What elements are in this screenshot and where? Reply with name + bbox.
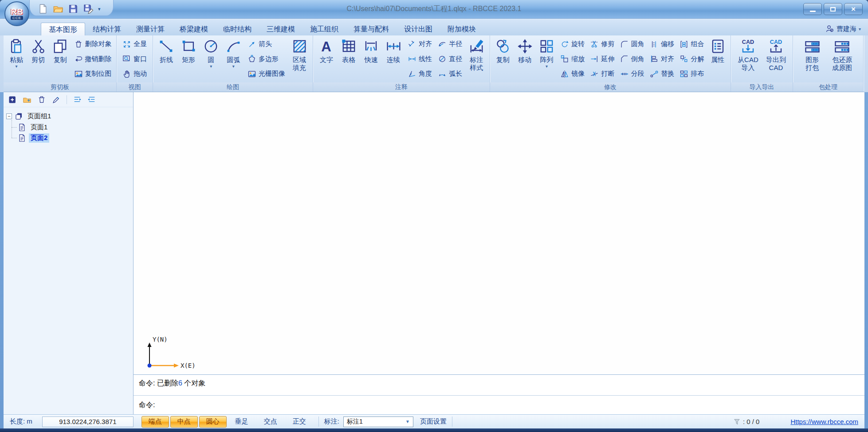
collapse-tree-button[interactable] bbox=[87, 95, 96, 104]
ribbon-button-duplicate[interactable]: 复制 bbox=[493, 37, 512, 82]
ribbon-button-mirror[interactable]: 镜像 bbox=[560, 68, 585, 80]
ribbon-button-combine[interactable]: 组合 bbox=[679, 38, 704, 50]
ribbon-button-zoom-window[interactable]: 窗口 bbox=[122, 53, 147, 65]
coordinate-readout: 913.0224,276.3871 bbox=[42, 416, 134, 427]
ribbon-tab[interactable]: 基本图形 bbox=[41, 23, 85, 35]
ribbon-button-label: 分解 bbox=[691, 55, 704, 63]
ribbon-button-offset[interactable]: 偏移 bbox=[650, 38, 674, 50]
snap-toggle[interactable]: 中点 bbox=[170, 416, 198, 428]
ribbon-button-hand-pan[interactable]: 拖动 bbox=[122, 68, 147, 80]
ribbon-button-unpack[interactable]: 包还原成原图 bbox=[831, 37, 853, 82]
ribbon-button-fillet[interactable]: 圆角 bbox=[620, 38, 644, 50]
ribbon-button-segment[interactable]: 分段 bbox=[620, 68, 644, 80]
page-icon bbox=[18, 123, 26, 132]
chevron-down-icon: ▾ bbox=[859, 27, 861, 31]
ribbon-button-diameter-dim[interactable]: 直径 bbox=[438, 53, 462, 65]
ribbon-button-arrange[interactable]: 排布 bbox=[679, 68, 704, 80]
rename-page-button[interactable] bbox=[52, 95, 61, 104]
snap-toggle[interactable]: 圆心 bbox=[199, 416, 227, 428]
ribbon-tab[interactable]: 算量与配料 bbox=[346, 23, 397, 35]
ribbon-button-aligned-dim[interactable]: 对齐 bbox=[408, 38, 432, 50]
ribbon-button-angle-dim[interactable]: 角度 bbox=[408, 68, 432, 80]
ribbon-tab[interactable]: 设计出图 bbox=[397, 23, 440, 35]
ribbon-button-label: 替换 bbox=[661, 70, 674, 78]
rectangle-icon bbox=[181, 38, 197, 54]
tree-item-page[interactable]: 页面2 bbox=[12, 132, 130, 143]
ribbon-button-fit-screen[interactable]: 全显 bbox=[122, 38, 147, 50]
ribbon-button-explode[interactable]: 分解 bbox=[679, 53, 704, 65]
ribbon-button-bitmap[interactable]: 复制位图 bbox=[74, 68, 112, 80]
tree-item-page[interactable]: 页面1 bbox=[12, 122, 130, 132]
ribbon-tab[interactable]: 三维建模 bbox=[259, 23, 302, 35]
ribbon-button-extend[interactable]: 延伸 bbox=[590, 53, 614, 65]
ribbon-button-label: 弧长 bbox=[449, 70, 462, 78]
ribbon-button-quick-dim[interactable]: 快速 bbox=[361, 37, 381, 82]
tree-item-label: 页面2 bbox=[29, 133, 49, 143]
hand-pan-icon bbox=[122, 70, 131, 78]
rotate-icon bbox=[560, 40, 569, 49]
add-page-button[interactable] bbox=[8, 95, 17, 104]
ribbon-button-cad-import[interactable]: CAD从CAD导入 bbox=[736, 37, 760, 82]
tree-collapse-icon[interactable]: − bbox=[6, 113, 12, 119]
ribbon-button-arc[interactable]: 圆弧▾ bbox=[224, 37, 243, 82]
ribbon-button-label: 矩形 bbox=[182, 56, 195, 64]
ucs-axes-indicator: Y(N) X(E) bbox=[139, 335, 205, 374]
ribbon-tab[interactable]: 施工组织 bbox=[302, 23, 346, 35]
ribbon-button-text[interactable]: A文字 bbox=[317, 37, 336, 82]
minimize-button[interactable] bbox=[803, 3, 822, 15]
ribbon-button-trash[interactable]: 删除对象 bbox=[74, 38, 112, 50]
snap-toggle[interactable]: 交点 bbox=[257, 416, 284, 428]
expand-tree-button[interactable] bbox=[73, 95, 82, 104]
ribbon-button-circle[interactable]: 圆▾ bbox=[201, 37, 220, 82]
app-logo[interactable]: RB CCE bbox=[4, 1, 29, 26]
ribbon-button-break[interactable]: 打断 bbox=[590, 68, 614, 80]
ribbon-button-trim[interactable]: 修剪 bbox=[590, 38, 614, 50]
ribbon-button-replace[interactable]: 替换 bbox=[650, 68, 674, 80]
close-button[interactable]: × bbox=[844, 3, 863, 15]
ribbon-button-pack[interactable]: 图形打包 bbox=[803, 37, 822, 82]
ribbon-button-hatch-fill[interactable]: 区域填充 bbox=[290, 37, 309, 82]
ribbon-tab[interactable]: 结构计算 bbox=[85, 23, 129, 35]
page-setup-button[interactable]: 页面设置 bbox=[420, 417, 447, 426]
snap-toggle[interactable]: 垂足 bbox=[228, 416, 255, 428]
ribbon-tab[interactable]: 附加模块 bbox=[440, 23, 483, 35]
ribbon-tab[interactable]: 桥梁建模 bbox=[172, 23, 216, 35]
scissors-icon bbox=[30, 38, 47, 54]
ribbon-button-table[interactable]: 表格 bbox=[339, 37, 358, 82]
command-input-line[interactable]: 命令: bbox=[134, 396, 864, 414]
ribbon-button-polygon[interactable]: 多边形 bbox=[247, 53, 285, 65]
add-page-group-button[interactable] bbox=[23, 95, 31, 104]
user-account-menu[interactable]: 曹建海▾ bbox=[825, 24, 868, 33]
ribbon-button-polyline[interactable]: 折线 bbox=[157, 37, 176, 82]
delete-page-button[interactable] bbox=[37, 95, 46, 104]
ribbon-button-align[interactable]: 对齐 bbox=[650, 53, 674, 65]
tree-item-page-group[interactable]: − 页面组1 bbox=[6, 111, 130, 122]
ribbon-button-cad-export[interactable]: CAD导出到CAD bbox=[765, 37, 787, 82]
ribbon-button-rectangle[interactable]: 矩形 bbox=[179, 37, 198, 82]
ribbon-button-properties[interactable]: 属性 bbox=[708, 37, 727, 82]
ribbon-tab[interactable]: 测量计算 bbox=[129, 23, 172, 35]
website-link[interactable]: Https://www.rbcce.com bbox=[790, 418, 858, 425]
snap-toggle[interactable]: 端点 bbox=[141, 416, 169, 428]
ribbon-button-undo[interactable]: 撤销删除 bbox=[74, 53, 112, 65]
ribbon-button-scale[interactable]: 缩放 bbox=[560, 53, 585, 65]
snap-toggle[interactable]: 正交 bbox=[286, 416, 313, 428]
ribbon-button-chamfer[interactable]: 倒角 bbox=[620, 53, 644, 65]
ribbon-button-arrow[interactable]: 箭头 bbox=[247, 38, 285, 50]
ribbon-button-rotate[interactable]: 旋转 bbox=[560, 38, 585, 50]
ribbon-button-move[interactable]: 移动 bbox=[515, 37, 534, 82]
ribbon-button-raster-image[interactable]: 光栅图像 bbox=[247, 68, 285, 80]
ribbon-button-arc-length-dim[interactable]: 弧长 bbox=[438, 68, 462, 80]
ribbon-button-clipboard-paste[interactable]: 粘贴▾ bbox=[7, 37, 26, 82]
ribbon-button-scissors[interactable]: 剪切 bbox=[29, 37, 48, 82]
ribbon-tab[interactable]: 临时结构 bbox=[216, 23, 259, 35]
ribbon-button-array[interactable]: 阵列▾ bbox=[537, 37, 556, 82]
maximize-button[interactable] bbox=[824, 3, 842, 15]
ribbon-button-continuous-dim[interactable]: 连续 bbox=[384, 37, 403, 82]
ribbon-button-dim-style[interactable]: 标注样式 bbox=[467, 37, 486, 82]
ribbon-button-radius-dim[interactable]: 半径 bbox=[438, 38, 462, 50]
drawing-canvas[interactable]: Y(N) X(E) bbox=[134, 92, 864, 374]
dimension-style-select[interactable]: 标注1 ▼ bbox=[343, 416, 413, 427]
ribbon-button-copy[interactable]: 复制 bbox=[51, 37, 70, 82]
ribbon-button-linear-dim[interactable]: 线性 bbox=[408, 53, 432, 65]
